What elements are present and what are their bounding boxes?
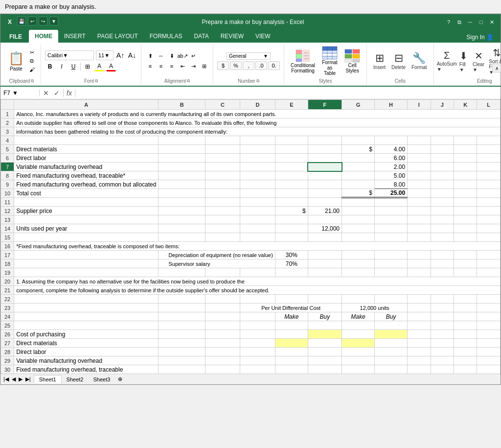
format-painter-button[interactable]: 🖌	[27, 66, 37, 73]
maximize-button[interactable]: □	[476, 17, 486, 27]
font-expand-icon[interactable]: ⧉	[95, 78, 98, 84]
row-header-12[interactable]: 12	[1, 207, 14, 215]
sheet-prev-button[interactable]: ◀	[11, 376, 17, 382]
tab-insert[interactable]: INSERT	[58, 30, 91, 43]
fill-button[interactable]: ⬇ Fill ▼	[457, 48, 471, 74]
cell-h8[interactable]: 5.00	[374, 171, 407, 180]
row-header-9[interactable]: 9	[1, 180, 14, 189]
cell-e24[interactable]: Make	[275, 312, 308, 321]
row-header-6[interactable]: 6	[1, 154, 14, 163]
format-as-table-button[interactable]: Format asTable	[319, 45, 340, 77]
cell-a16[interactable]: *Fixed manufacturing overhead, traceable…	[14, 242, 501, 251]
row-header-15[interactable]: 15	[1, 233, 14, 242]
formula-input[interactable]	[75, 90, 501, 96]
row-header-13[interactable]: 13	[1, 215, 14, 224]
font-size-selector[interactable]: 11 ▼	[96, 50, 114, 60]
cell-g23[interactable]: 12,000 units	[342, 304, 408, 312]
cell-g24[interactable]: Make	[342, 312, 375, 321]
row-header-30[interactable]: 30	[1, 365, 14, 374]
sheet-first-button[interactable]: |◀	[2, 376, 10, 382]
cell-a29[interactable]: Variable manufacturing overhead	[14, 356, 159, 365]
row-header-14[interactable]: 14	[1, 224, 14, 233]
increase-indent-button[interactable]: ⇥	[188, 62, 198, 71]
cell-a21[interactable]: component, complete the following analys…	[14, 286, 501, 295]
row-header-8[interactable]: 8	[1, 171, 14, 180]
cell-h26[interactable]	[374, 330, 407, 339]
percent-button[interactable]: %	[230, 61, 242, 70]
cell-a12[interactable]: Supplier price	[14, 207, 159, 215]
minimize-button[interactable]: ─	[465, 17, 475, 27]
sheet-next-button[interactable]: ▶	[18, 376, 23, 382]
col-header-f[interactable]: F	[308, 100, 342, 110]
cell-a4[interactable]	[14, 136, 159, 145]
row-header-11[interactable]: 11	[1, 198, 14, 207]
redo-icon[interactable]: ↪	[39, 17, 47, 25]
cell-a3[interactable]: information has been gathered relating t…	[14, 127, 501, 136]
col-header-h[interactable]: H	[374, 100, 407, 110]
currency-button[interactable]: $	[217, 61, 229, 70]
tab-review[interactable]: REVIEW	[215, 30, 250, 43]
sheet-tab-1[interactable]: Sheet1	[34, 375, 62, 383]
copy-button[interactable]: ⧉	[27, 57, 37, 65]
col-header-b[interactable]: B	[159, 100, 205, 110]
sheet-tab-2[interactable]: Sheet2	[62, 376, 89, 383]
cell-a20[interactable]: 1. Assuming the company has no alternati…	[14, 277, 501, 286]
tab-data[interactable]: DATA	[188, 30, 214, 43]
cell-g5[interactable]: $	[342, 145, 375, 154]
cell-g10[interactable]: $	[342, 189, 375, 198]
row-header-28[interactable]: 28	[1, 348, 14, 356]
row-header-25[interactable]: 25	[1, 321, 14, 330]
align-left-button[interactable]: ≡	[145, 62, 155, 71]
cell-h10[interactable]: 25.00	[374, 189, 407, 198]
italic-button[interactable]: I	[57, 62, 67, 71]
row-header-29[interactable]: 29	[1, 356, 14, 365]
wrap-text-button[interactable]: ↵	[188, 51, 198, 60]
cell-h6[interactable]: 6.00	[374, 154, 407, 163]
sheet-tab-3[interactable]: Sheet3	[88, 376, 115, 383]
decrease-decimal-button[interactable]: 0.	[268, 61, 280, 70]
comma-button[interactable]: ,	[243, 61, 254, 70]
bold-button[interactable]: B	[45, 62, 55, 71]
undo-icon[interactable]: ↩	[28, 17, 37, 25]
cell-h5[interactable]: 4.00	[374, 145, 407, 154]
cell-a5[interactable]: Direct materials	[14, 145, 159, 154]
font-color-button[interactable]: A	[106, 62, 116, 71]
cell-f12[interactable]: 21.00	[308, 207, 342, 215]
font-family-selector[interactable]: Calibri ▼	[45, 50, 94, 60]
decrease-indent-button[interactable]: ⇤	[178, 62, 187, 71]
cell-b18[interactable]: Supervisor salary	[159, 259, 275, 268]
row-header-24[interactable]: 24	[1, 312, 14, 321]
cell-h9[interactable]: 8.00	[374, 180, 407, 189]
row-header-22[interactable]: 22	[1, 295, 14, 304]
row-header-5[interactable]: 5	[1, 145, 14, 154]
cell-h7[interactable]: 2.00	[374, 163, 407, 171]
orient-button[interactable]: ab↗	[178, 51, 187, 60]
align-middle-button[interactable]: ↔	[156, 51, 166, 60]
format-cells-button[interactable]: 🔧 Format	[409, 50, 430, 71]
cell-a7[interactable]: Variable manufacturing overhead	[14, 163, 159, 171]
cell-a27[interactable]: Direct materials	[14, 339, 159, 348]
add-sheet-button[interactable]: ⊕	[115, 375, 125, 383]
row-header-23[interactable]: 23	[1, 304, 14, 312]
ribbon-collapse-button[interactable]: ∧	[492, 64, 501, 72]
col-header-e[interactable]: E	[275, 100, 308, 110]
row-header-18[interactable]: 18	[1, 259, 14, 268]
insert-cells-button[interactable]: ⊞ Insert	[371, 50, 388, 71]
col-header-k[interactable]: K	[454, 100, 477, 110]
cell-f14[interactable]: 12,000	[308, 224, 342, 233]
increase-font-size-button[interactable]: A↑	[115, 50, 125, 60]
cell-f7[interactable]	[308, 163, 342, 171]
tab-formulas[interactable]: FORMULAS	[144, 30, 188, 43]
align-top-button[interactable]: ⬆	[145, 51, 155, 60]
clear-button[interactable]: ✕ Clear ▼	[472, 48, 485, 74]
row-header-10[interactable]: 10	[1, 189, 14, 198]
tab-page-layout[interactable]: PAGE LAYOUT	[91, 30, 144, 43]
number-expand-icon[interactable]: ⧉	[256, 78, 259, 84]
cell-a8[interactable]: Fixed manufacturing overhead, traceable*	[14, 171, 159, 180]
col-header-c[interactable]: C	[205, 100, 240, 110]
col-header-i[interactable]: I	[408, 100, 431, 110]
confirm-formula-icon[interactable]: ✓	[52, 89, 61, 97]
tab-file[interactable]: FILE	[2, 31, 29, 43]
cell-a6[interactable]: Direct labor	[14, 154, 159, 163]
cell-f24[interactable]: Buy	[308, 312, 342, 321]
